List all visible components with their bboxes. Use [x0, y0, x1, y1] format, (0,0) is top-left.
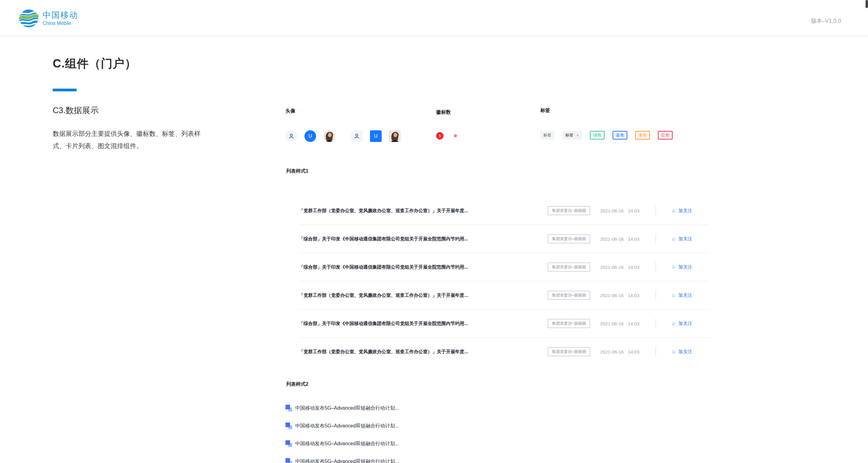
- doc-item-title[interactable]: 中国移动发布5G–Advanced双链融合行动计划...: [295, 458, 399, 463]
- brand-name-en: China Mobile: [42, 21, 78, 26]
- doc-item-title[interactable]: 中国移动发布5G–Advanced双链融合行动计划...: [295, 405, 399, 411]
- follow-button[interactable]: ☆加关注: [671, 292, 692, 298]
- document-icon: [285, 458, 292, 463]
- list-row: 「综合部」关于印发《中国移动通信集团有限公司党组关于开展全院范围内节约用... …: [299, 253, 709, 282]
- follow-label: 加关注: [678, 236, 692, 242]
- avatar-initial-text: U: [308, 134, 312, 139]
- tag-closable-label: 标签: [565, 131, 574, 140]
- vertical-divider: [655, 319, 656, 328]
- date-text: 2021-06-16: [600, 208, 624, 213]
- tag-plain: 标签: [540, 131, 554, 140]
- document-icon-front: [285, 458, 290, 463]
- person-icon: [288, 133, 294, 139]
- follow-label: 加关注: [678, 321, 692, 326]
- section-description: 数据展示部分主要提供头像、徽标数、标签、列表样式、卡片列表、图文混排组件。: [53, 127, 206, 152]
- avatar-square-person: [351, 130, 363, 142]
- date-text: 2021-06-16: [600, 236, 624, 242]
- list-row: 「党群工作部（党委办公室、党风廉政办公室、巡查工作办公室）」关于开展年度... …: [299, 197, 709, 225]
- list-item-title[interactable]: 「党群工作部（党委办公室、党风廉政办公室、巡查工作办公室）」关于开展年度...: [299, 349, 468, 355]
- time-text: 14:03: [628, 236, 640, 242]
- avatar-circle-initial: U: [305, 130, 316, 142]
- document-icon: [285, 405, 292, 411]
- document-icon-front: [285, 423, 290, 427]
- tag-green: 绿色: [590, 131, 604, 140]
- source-tag: 集团党委办–曲丽丽: [548, 319, 590, 328]
- list-item-title[interactable]: 「综合部」关于印发《中国移动通信集团有限公司党组关于开展全院范围内节约用...: [299, 264, 468, 270]
- doc-item-title[interactable]: 中国移动发布5G–Advanced双链融合行动计划...: [295, 423, 399, 429]
- brand-logo: 中国移动 China Mobile: [19, 9, 78, 28]
- follow-button[interactable]: ☆加关注: [671, 264, 692, 270]
- timestamp: 2021-06-1614:03: [600, 321, 639, 326]
- list-row: 「党群工作部（党委办公室、党风廉政办公室、巡查工作办公室）」关于开展年度... …: [299, 282, 709, 310]
- portrait-photo: [323, 130, 335, 142]
- doc-list-item[interactable]: 中国移动发布5G–Advanced双链融合行动计划...: [285, 421, 399, 431]
- vertical-divider: [655, 234, 656, 244]
- timestamp: 2021-06-1614:03: [600, 208, 639, 213]
- follow-button[interactable]: ☆加关注: [671, 236, 692, 242]
- header: 中国移动 China Mobile 版本–V1.0.0: [0, 0, 868, 36]
- avatar-square-photo: [389, 130, 401, 142]
- doc-list-item[interactable]: 中国移动发布5G–Advanced双链融合行动计划...: [285, 457, 399, 463]
- list-item-title[interactable]: 「综合部」关于印发《中国移动通信集团有限公司党组关于开展全院范围内节约用...: [299, 236, 468, 242]
- portrait-photo: [389, 130, 401, 142]
- document-icon: [285, 440, 292, 447]
- badge-section: 徽标数 5: [436, 109, 457, 140]
- tag-yellow: 黄色: [635, 131, 650, 140]
- vertical-divider: [655, 347, 656, 356]
- avatar-section: 头像 U: [285, 108, 401, 142]
- follow-label: 加关注: [678, 208, 692, 214]
- follow-button[interactable]: ☆加关注: [671, 349, 692, 355]
- time-text: 14:03: [628, 208, 640, 213]
- tag-row: 标签 标签 × 绿色 蓝色 黄色 红色: [540, 131, 673, 140]
- china-mobile-logo-icon: [19, 9, 39, 28]
- source-tag: 集团党委办–曲丽丽: [548, 206, 590, 215]
- page-title: C.组件（门户）: [53, 56, 212, 71]
- brand-name-cn: 中国移动: [42, 10, 78, 20]
- doc-list-item[interactable]: 中国移动发布5G–Advanced双链融合行动计划...: [285, 404, 399, 413]
- source-tag: 集团党委办–曲丽丽: [548, 291, 590, 300]
- list-item-title[interactable]: 「党群工作部（党委办公室、党风廉政办公室、巡查工作办公室）」关于开展年度...: [299, 292, 468, 298]
- date-text: 2021-06-16: [600, 265, 624, 270]
- list-item-title[interactable]: 「党群工作部（党委办公室、党风廉政办公室、巡查工作办公室）」关于开展年度...: [299, 208, 468, 214]
- doc-item-title[interactable]: 中国移动发布5G–Advanced双链融合行动计划...: [295, 441, 399, 447]
- list-item-meta: 集团党委办–曲丽丽 2021-06-1614:03 ☆加关注: [548, 206, 709, 215]
- avatar-circle-person: [285, 130, 297, 142]
- vertical-divider: [655, 290, 656, 300]
- avatar-section-label: 头像: [285, 108, 401, 114]
- timestamp: 2021-06-1614:03: [600, 293, 639, 298]
- doc-list-item[interactable]: 中国移动发布5G–Advanced双链融合行动计划...: [285, 439, 399, 448]
- list-item-title[interactable]: 「综合部」关于印发《中国移动通信集团有限公司党组关于开展全院范围内节约用...: [299, 321, 468, 326]
- list-item-meta: 集团党委办–曲丽丽 2021-06-1614:03 ☆加关注: [548, 234, 709, 244]
- tag-red: 红色: [658, 131, 673, 140]
- tag-section: 标签 标签 标签 × 绿色 蓝色 黄色 红色: [540, 107, 673, 140]
- time-text: 14:03: [628, 321, 640, 326]
- follow-label: 加关注: [678, 349, 692, 355]
- list2-label: 列表样式2: [286, 381, 308, 387]
- close-icon[interactable]: ×: [577, 131, 579, 140]
- follow-label: 加关注: [678, 264, 692, 270]
- scrollbar-thumb[interactable]: [866, 0, 868, 8]
- document-icon-front: [285, 405, 290, 409]
- star-icon: ☆: [671, 321, 676, 326]
- source-tag: 集团党委办–曲丽丽: [548, 234, 590, 243]
- brand-text: 中国移动 China Mobile: [42, 10, 78, 26]
- list-row: 「党群工作部（党委办公室、党风廉政办公室、巡查工作办公室）」关于开展年度... …: [299, 338, 709, 366]
- time-text: 14:03: [628, 265, 640, 270]
- date-text: 2021-06-16: [600, 349, 624, 354]
- accent-bar: [53, 89, 76, 91]
- tag-closable: 标签 ×: [562, 131, 582, 140]
- avatar-square-initial: U: [370, 130, 382, 142]
- list-item-meta: 集团党委办–曲丽丽 2021-06-1614:03 ☆加关注: [548, 290, 709, 300]
- source-tag: 集团党委办–曲丽丽: [548, 347, 590, 356]
- follow-button[interactable]: ☆加关注: [671, 208, 692, 214]
- avatar-row: U U: [285, 130, 401, 142]
- list-item-meta: 集团党委办–曲丽丽 2021-06-1614:03 ☆加关注: [548, 262, 709, 272]
- person-icon: [354, 133, 360, 139]
- document-icon: [285, 423, 292, 429]
- follow-button[interactable]: ☆加关注: [671, 321, 692, 326]
- follow-label: 加关注: [678, 292, 692, 298]
- news-list: 「党群工作部（党委办公室、党风廉政办公室、巡查工作办公室）」关于开展年度... …: [299, 197, 709, 366]
- date-text: 2021-06-16: [600, 293, 624, 298]
- star-icon: ☆: [671, 208, 676, 213]
- star-icon: ☆: [671, 349, 676, 354]
